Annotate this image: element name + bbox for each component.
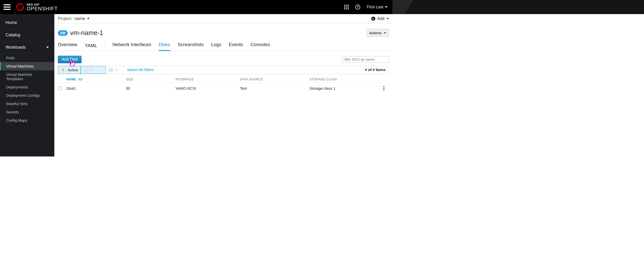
cell-storage: Storage class 1 [309,86,379,90]
sidebar-item-vm-templates[interactable]: Virtual Machine Templates [0,70,54,83]
cell-data-source: Text [240,86,309,90]
caret-down-icon [385,6,387,8]
sidebar: Home Catalog Workloads Pods Virtual Mach… [0,14,54,156]
openshift-logo-icon [16,3,24,11]
add-dropdown[interactable]: + Add [371,16,389,21]
user-name-label: First Last [367,5,383,9]
project-selector[interactable]: Project: name [58,16,90,21]
sidebar-item-deployments[interactable]: Deployments [0,83,54,91]
vm-badge: VM [58,30,68,36]
caret-down-icon [384,32,386,34]
sidebar-item-catalog[interactable]: Catalog [0,29,54,41]
tab-yaml[interactable]: YAML [85,42,105,51]
item-count-label: # of # Items [362,66,389,74]
plus-circle-icon: + [371,17,375,21]
sidebar-item-workloads[interactable]: Workloads [0,41,54,54]
sidebar-item-virtual-machines[interactable]: Virtual Machines [0,62,54,70]
cell-name: Disk1 [66,86,126,90]
vm-name-heading: vm-name-1 [70,29,103,37]
masthead: RED HAT OPENSHIFT ? First Last [0,0,392,14]
col-interface[interactable]: INTERFACE [176,78,240,81]
page-title: VM vm-name-1 [58,29,103,37]
filter-placeholder-2[interactable]: # ? [106,66,124,74]
filter-placeholder-1[interactable]: # ? [81,66,106,74]
sidebar-item-deployment-configs[interactable]: Deployment Configs [0,91,54,100]
sort-icon: ↓A͏Z [77,78,83,81]
tab-overview[interactable]: Overview [58,42,77,51]
row-checkbox[interactable] [58,86,62,90]
select-all-filters-link[interactable]: Select All Filters [124,66,157,74]
filter-input[interactable] [342,56,389,63]
sidebar-item-secrets[interactable]: Secrets [0,108,54,116]
tab-consoles[interactable]: Consoles [251,42,270,51]
tab-screenshots[interactable]: Screanshots [178,42,204,51]
filter-active[interactable]: # Active [58,66,81,74]
col-data-source[interactable]: DATA SOURCE [240,78,309,81]
chevron-down-icon [46,47,49,48]
sidebar-item-pods[interactable]: Pods [0,54,54,62]
tab-network-interfaces[interactable]: Network Interfaces [112,42,151,51]
table-row: Disk1 30 ViritIO-SCSI Text Storage class… [58,83,389,93]
project-bar: Project: name + Add [54,14,392,23]
col-size[interactable]: SIZE [126,78,176,81]
brand-text: RED HAT OPENSHIFT [27,3,58,11]
brand[interactable]: RED HAT OPENSHIFT [16,3,58,11]
tab-logs[interactable]: Logs [211,42,221,51]
filter-row: # Active # ? # ? Select All Filters # of… [58,66,389,74]
tabs: Overview YAML Network Interfaces Disks S… [54,37,392,51]
add-disk-button[interactable]: Add Disk [58,56,82,63]
sidebar-item-stateful-sets[interactable]: Stateful Sets [0,100,54,108]
main-content: Project: name + Add VM vm-name-1 Actions… [54,14,392,156]
chevron-down-icon [87,18,90,19]
disks-table: NAME ↓A͏Z SIZE INTERFACE DATA SOURCE STO… [58,78,389,93]
sidebar-item-home[interactable]: Home [0,17,54,29]
cell-interface: ViritIO-SCSI [176,86,240,90]
actions-button[interactable]: Actions [367,29,389,37]
tab-disks[interactable]: Disks [159,42,170,51]
help-icon[interactable]: ? [355,5,360,10]
apps-launcher-icon[interactable] [344,5,349,9]
chevron-down-icon [386,18,389,19]
tab-events[interactable]: Events [229,42,243,51]
col-storage-class[interactable]: STORAGE CLASS [309,78,379,81]
row-kebab-icon[interactable] [379,86,389,90]
cell-size: 30 [126,86,176,90]
sidebar-item-config-maps[interactable]: Config Maps [0,116,54,124]
col-name[interactable]: NAME ↓A͏Z [66,78,126,81]
user-menu[interactable]: First Last [367,5,387,9]
hamburger-menu-icon[interactable] [4,4,11,10]
